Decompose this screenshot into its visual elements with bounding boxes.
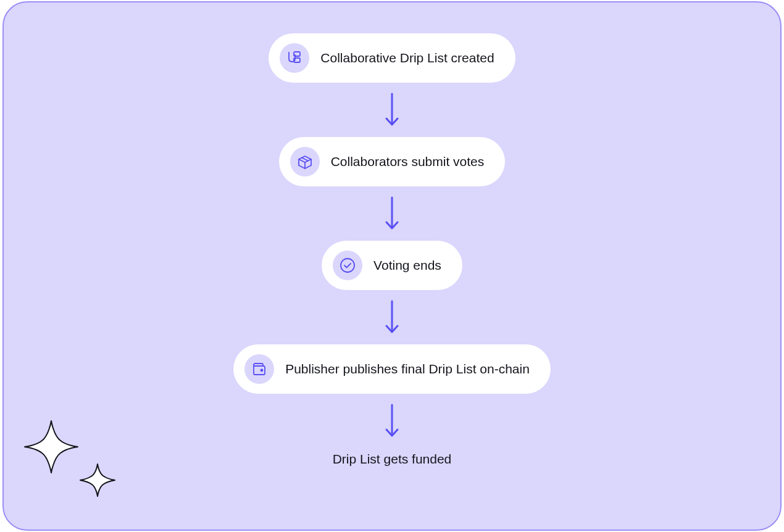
wallet-icon [244,354,274,384]
check-circle-icon [333,251,362,280]
final-label: Drip List gets funded [333,452,452,467]
step-publish: Publisher publishes final Drip List on-c… [233,344,551,394]
arrow-down-icon [383,402,401,439]
step-label: Voting ends [373,258,441,273]
step-label: Collaborators submit votes [331,154,485,169]
arrow-down-icon [383,299,401,336]
step-votes: Collaborators submit votes [279,137,506,186]
step-ends: Voting ends [322,241,462,290]
step-label: Collaborative Drip List created [320,51,494,65]
svg-point-4 [341,259,354,272]
arrow-down-icon [383,195,401,232]
drip-icon [280,43,309,73]
arrow-down-icon [383,91,401,128]
svg-point-6 [261,370,263,372]
step-create: Collaborative Drip List created [269,33,515,83]
step-label: Publisher publishes final Drip List on-c… [285,362,530,376]
box-icon [290,147,320,177]
diagram-container: Collaborative Drip List created Collabor… [2,1,782,531]
sparkle-icon [17,416,128,502]
